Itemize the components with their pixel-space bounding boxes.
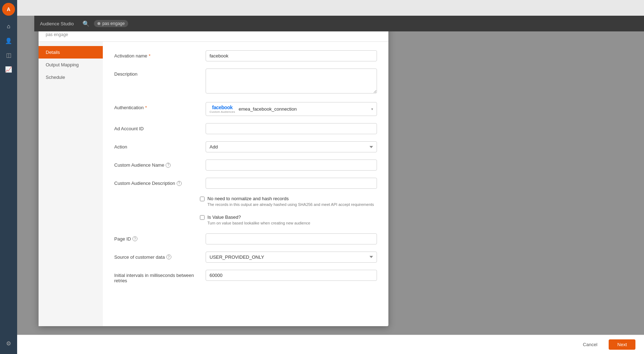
nav-item-output-mapping[interactable]: Output Mapping [39, 59, 103, 71]
description-label: Description [114, 69, 200, 77]
ad-account-id-label: Ad Account ID [114, 123, 200, 131]
custom-audience-desc-row: Custom Audience Description ? [114, 178, 377, 189]
value-based-checkbox-section: Is Value Based? Turn on value based look… [200, 214, 377, 226]
description-row: Description [114, 69, 377, 95]
nav-item-details[interactable]: Details [39, 46, 103, 59]
page-id-input[interactable] [206, 233, 377, 244]
form-spacer [114, 290, 377, 312]
cancel-button[interactable]: Cancel [576, 339, 604, 350]
intervals-input[interactable] [206, 270, 377, 281]
authentication-control: facebook Custom Audiences emea_facebook_… [206, 102, 377, 116]
custom-audience-desc-control [206, 178, 377, 189]
action-label: Action [114, 141, 200, 150]
dialog-subtitle: pas engage [46, 32, 381, 37]
next-button[interactable]: Next [609, 339, 635, 350]
dialog-body: Details Output Mapping Schedule Activati… [39, 42, 388, 326]
search-icon[interactable]: 🔍 [82, 20, 90, 27]
source-label: Source of customer data ? [114, 252, 200, 260]
custom-audience-desc-input[interactable] [206, 178, 377, 189]
auth-required-marker: * [145, 105, 147, 110]
description-textarea[interactable] [206, 69, 377, 93]
custom-audience-desc-help-icon[interactable]: ? [177, 181, 182, 186]
ad-account-id-input[interactable] [206, 123, 377, 134]
intervals-label: Initial intervals in milliseconds betwee… [114, 270, 200, 283]
tag-dot [97, 22, 100, 25]
intervals-control [206, 270, 377, 281]
source-control: USER_PROVIDED_ONLY [206, 252, 377, 263]
app-title: Audience Studio [40, 21, 74, 26]
ad-account-id-control [206, 123, 377, 134]
value-based-checkbox[interactable] [200, 215, 205, 220]
required-marker: * [149, 53, 151, 59]
action-select[interactable]: Add [206, 141, 377, 152]
activation-name-label: Activation name * [114, 50, 200, 59]
hash-checkbox[interactable] [200, 197, 205, 201]
activation-name-input[interactable] [206, 50, 377, 61]
app-logo: A [2, 3, 15, 16]
sidebar-icon-users[interactable]: 👤 [2, 34, 15, 47]
custom-audience-name-control [206, 160, 377, 171]
sidebar: A ⌂ 👤 ◫ 📈 ⚙ [0, 0, 17, 354]
custom-audience-desc-label: Custom Audience Description ? [114, 178, 200, 186]
sidebar-icon-chart[interactable]: 📈 [2, 63, 15, 76]
hash-checkbox-desc: The records in this output are already h… [207, 202, 374, 207]
source-row: Source of customer data ? USER_PROVIDED_… [114, 252, 377, 263]
topbar-tag: pas engage [94, 20, 129, 27]
sidebar-icon-settings[interactable]: ⚙ [2, 337, 15, 350]
page-id-row: Page ID ? [114, 233, 377, 244]
dialog-nav: Details Output Mapping Schedule [39, 42, 103, 326]
dialog-form: Activation name * Description [103, 42, 388, 326]
ad-account-id-row: Ad Account ID [114, 123, 377, 134]
dialog-overlay: Create Activation pas engage Details Out… [17, 16, 644, 354]
main-area: Audience Studio 🔍 pas engage Create Acti… [17, 16, 644, 354]
activation-name-control [206, 50, 377, 61]
action-row: Action Add [114, 141, 377, 152]
hash-checkbox-section: No need to normalize and hash records Th… [200, 196, 377, 207]
tag-label: pas engage [102, 21, 125, 26]
topbar: Audience Studio 🔍 pas engage [34, 16, 644, 31]
custom-audience-name-row: Custom Audience Name ? [114, 160, 377, 171]
value-based-checkbox-desc: Turn on value based lookalike when creat… [207, 221, 310, 226]
authentication-row: Authentication * facebook Custom Audienc… [114, 102, 377, 116]
hash-checkbox-content: No need to normalize and hash records Th… [207, 196, 374, 207]
custom-audience-name-label: Custom Audience Name ? [114, 160, 200, 168]
custom-audience-name-help-icon[interactable]: ? [166, 163, 171, 168]
sidebar-icon-home[interactable]: ⌂ [2, 20, 15, 33]
hash-checkbox-row: No need to normalize and hash records Th… [200, 196, 377, 207]
source-select[interactable]: USER_PROVIDED_ONLY [206, 252, 377, 263]
source-help-icon[interactable]: ? [166, 254, 171, 259]
page-id-control [206, 233, 377, 244]
authentication-label: Authentication * [114, 102, 200, 110]
action-control: Add [206, 141, 377, 152]
value-based-checkbox-row: Is Value Based? Turn on value based look… [200, 214, 377, 226]
activation-name-row: Activation name * [114, 50, 377, 61]
sidebar-icon-layers[interactable]: ◫ [2, 49, 15, 61]
create-activation-dialog: Create Activation pas engage Details Out… [39, 19, 388, 326]
value-based-checkbox-label: Is Value Based? [207, 214, 310, 220]
page-id-label: Page ID ? [114, 233, 200, 242]
value-based-checkbox-content: Is Value Based? Turn on value based look… [207, 214, 310, 226]
intervals-row: Initial intervals in milliseconds betwee… [114, 270, 377, 283]
custom-audience-name-input[interactable] [206, 160, 377, 171]
page-id-help-icon[interactable]: ? [132, 236, 137, 241]
description-control [206, 69, 377, 95]
hash-checkbox-label: No need to normalize and hash records [207, 196, 374, 201]
nav-item-schedule[interactable]: Schedule [39, 71, 103, 84]
auth-select-wrapper[interactable]: facebook Custom Audiences emea_facebook_… [206, 102, 377, 116]
dialog-footer: Cancel Next [17, 335, 644, 354]
